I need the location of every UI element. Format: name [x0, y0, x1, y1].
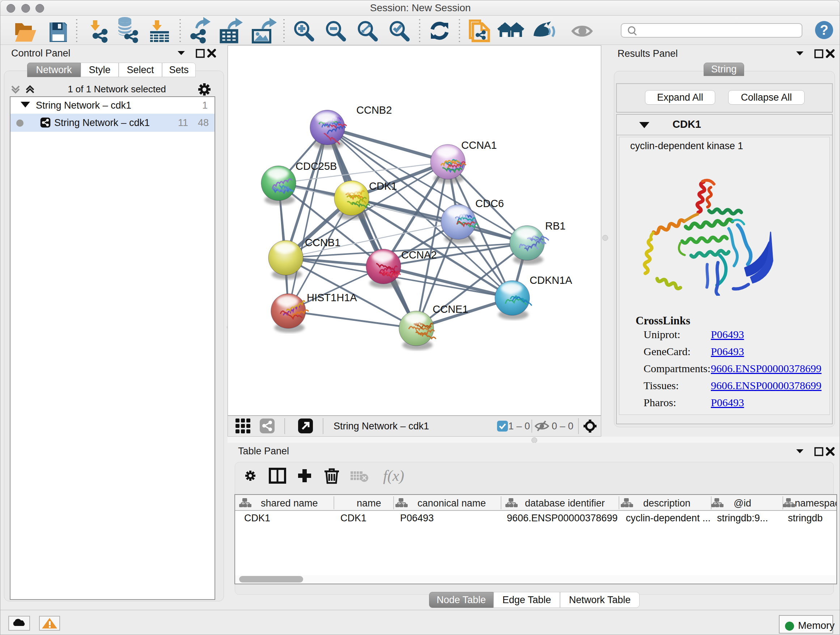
- svg-text:?: ?: [820, 22, 828, 38]
- svg-text:CDK1: CDK1: [244, 513, 270, 524]
- svg-text:9606.ENSP00000378699: 9606.ENSP00000378699: [507, 513, 617, 524]
- svg-text:stringdb: stringdb: [788, 513, 823, 524]
- svg-text:database identifier: database identifier: [525, 498, 605, 509]
- svg-text:stringdb:9...: stringdb:9...: [717, 513, 768, 524]
- svg-text:CDKN1A: CDKN1A: [530, 274, 572, 286]
- svg-text:description: description: [643, 498, 691, 509]
- svg-text:CCNE1: CCNE1: [433, 303, 468, 315]
- svg-text:namespac: namespac: [795, 498, 836, 509]
- svg-text:CCNA1: CCNA1: [461, 139, 497, 151]
- svg-text:cyclin-dependent ...: cyclin-dependent ...: [626, 513, 711, 524]
- svg-text:String Network – cdk1: String Network – cdk1: [333, 421, 429, 432]
- svg-text:P06493: P06493: [400, 513, 434, 524]
- svg-text:CDK1: CDK1: [369, 180, 397, 192]
- svg-text:CDC6: CDC6: [475, 198, 504, 209]
- svg-text:@id: @id: [734, 498, 751, 509]
- svg-text:canonical name: canonical name: [417, 498, 486, 509]
- svg-text:CDC25B: CDC25B: [295, 160, 337, 172]
- svg-text:HIST1H1A: HIST1H1A: [307, 292, 357, 303]
- svg-text:CDK1: CDK1: [340, 513, 366, 524]
- svg-text:shared name: shared name: [261, 498, 318, 509]
- svg-text:CCNB1: CCNB1: [305, 237, 340, 249]
- svg-text:RB1: RB1: [545, 220, 565, 232]
- svg-text:CCNA2: CCNA2: [401, 249, 437, 261]
- svg-text:CCNB2: CCNB2: [356, 104, 392, 116]
- svg-text:name: name: [357, 498, 381, 509]
- svg-text:f(x): f(x): [383, 467, 404, 485]
- svg-text:0 – 0: 0 – 0: [552, 421, 573, 432]
- svg-text:1 – 0: 1 – 0: [508, 421, 530, 432]
